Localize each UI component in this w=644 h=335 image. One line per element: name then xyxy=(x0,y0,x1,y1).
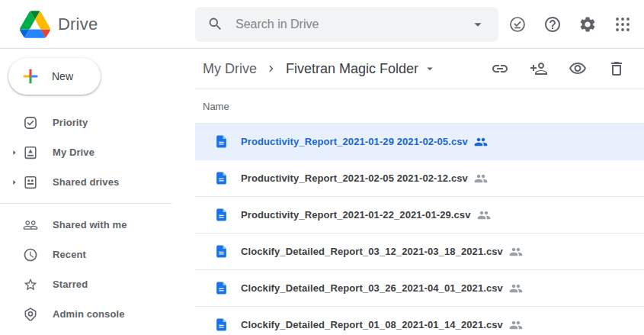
file-row[interactable]: Clockify_Detailed_Report_03_12_2021-03_1… xyxy=(195,234,644,270)
admin-console-icon xyxy=(23,307,38,322)
csv-file-icon xyxy=(214,134,229,149)
help-icon[interactable] xyxy=(543,15,562,34)
sidebar-item-shared-with-me[interactable]: Shared with me xyxy=(0,210,195,240)
csv-file-icon xyxy=(214,244,229,259)
shared-drives-icon xyxy=(23,175,38,190)
sidebar-item-recent[interactable]: Recent xyxy=(0,240,195,269)
sidebar-item-starred[interactable]: Starred xyxy=(0,269,195,299)
google-apps-grid-icon[interactable] xyxy=(614,15,632,34)
selection-toolbar xyxy=(491,60,626,78)
sidebar-item-shared-drives[interactable]: Shared drives xyxy=(0,167,195,197)
delete-trash-icon[interactable] xyxy=(607,60,626,78)
offline-status-icon[interactable] xyxy=(508,15,527,34)
breadcrumb-current-folder[interactable]: Fivetran Magic Folder xyxy=(286,61,418,77)
shared-people-icon xyxy=(474,135,488,149)
chevron-right-icon xyxy=(264,62,278,76)
file-row[interactable]: Productivity_Report_2021-01-22_2021-01-2… xyxy=(195,197,644,234)
sidebar-nav: Priority My Drive xyxy=(0,108,195,329)
csv-file-icon xyxy=(214,317,229,332)
new-plus-icon xyxy=(20,66,41,87)
sidebar-item-my-drive[interactable]: My Drive xyxy=(0,137,195,167)
recent-clock-icon xyxy=(23,247,38,263)
breadcrumb: My Drive Fivetran Magic Folder xyxy=(195,49,644,89)
sidebar-item-priority[interactable]: Priority xyxy=(0,108,195,137)
file-row[interactable]: Productivity_Report_2021-02-05 2021-02-1… xyxy=(195,160,644,197)
csv-file-icon xyxy=(214,281,229,295)
file-row[interactable]: Clockify_Detailed_Report_01_08_2021-01_1… xyxy=(195,307,644,335)
shared-people-icon xyxy=(509,282,523,295)
priority-check-icon xyxy=(23,115,38,130)
drive-triangle-logo-icon xyxy=(20,11,50,38)
folder-menu-caret-icon[interactable] xyxy=(423,62,437,76)
new-button-label: New xyxy=(52,70,73,82)
share-person-add-icon[interactable] xyxy=(530,60,548,78)
sidebar-divider xyxy=(0,203,171,204)
header-actions xyxy=(508,15,644,34)
main-content: My Drive Fivetran Magic Folder xyxy=(195,49,644,334)
file-row[interactable]: Clockify_Detailed_Report_03_26_2021-04_0… xyxy=(195,270,644,307)
breadcrumb-my-drive[interactable]: My Drive xyxy=(203,61,257,77)
drive-logo[interactable]: Drive xyxy=(0,11,195,38)
star-icon xyxy=(23,277,38,292)
file-list: Productivity_Report_2021-01-29 2021-02-0… xyxy=(195,124,644,335)
expand-arrow-icon[interactable] xyxy=(6,149,23,156)
app-title: Drive xyxy=(58,14,98,34)
new-button[interactable]: New xyxy=(8,58,101,95)
search-bar[interactable] xyxy=(195,7,498,42)
shared-people-icon xyxy=(477,208,491,222)
search-input[interactable] xyxy=(235,18,469,31)
column-header-name[interactable]: Name xyxy=(195,89,644,124)
csv-file-icon xyxy=(214,208,229,222)
settings-gear-icon[interactable] xyxy=(578,15,597,34)
sidebar-item-admin-console[interactable]: Admin console xyxy=(0,299,195,329)
file-row[interactable]: Productivity_Report_2021-01-29 2021-02-0… xyxy=(195,124,644,160)
sidebar: New Priority xyxy=(0,49,195,334)
csv-file-icon xyxy=(214,171,229,185)
get-link-icon[interactable] xyxy=(491,60,509,78)
search-icon[interactable] xyxy=(207,16,223,32)
expand-arrow-icon[interactable] xyxy=(6,179,23,186)
shared-people-icon xyxy=(509,245,523,259)
shared-with-me-icon xyxy=(23,217,38,233)
shared-people-icon xyxy=(509,318,523,332)
preview-eye-icon[interactable] xyxy=(569,60,587,78)
search-options-caret-icon[interactable] xyxy=(469,16,486,33)
app-header: Drive xyxy=(0,0,644,49)
my-drive-icon xyxy=(23,145,38,160)
shared-people-icon xyxy=(474,172,488,185)
